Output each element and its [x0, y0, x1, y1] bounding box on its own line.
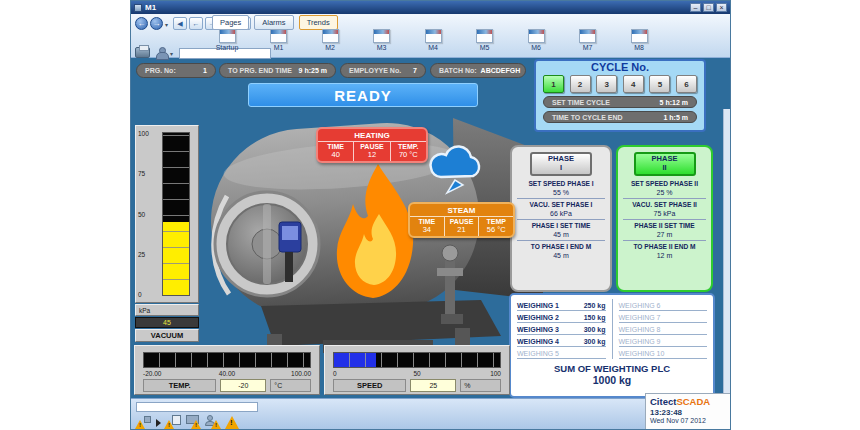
speed-bar — [333, 352, 501, 368]
vacuum-unit: kPa — [135, 304, 199, 316]
page-button-m4[interactable]: M4 — [413, 29, 453, 51]
temp-scale: -20.0040.00100.00 — [143, 370, 311, 378]
heating-panel: HEATING TIME40 PAUSE12 TEMP.70 °C — [316, 127, 428, 163]
alarm-summary-icon[interactable]: ! — [164, 414, 182, 430]
employee-no-field[interactable]: EMPLOYYE No.7 — [340, 63, 426, 78]
temp-gauge: -20.0040.00100.00 TEMP. -20 °C — [134, 345, 320, 395]
tab-trends[interactable]: Trends — [299, 15, 338, 30]
prg-no-field[interactable]: PRG. No:1 — [136, 63, 216, 78]
vacuum-label: VACUUM — [135, 329, 199, 342]
phase1-set-time: PHASE I SET TIME45 m — [517, 220, 605, 241]
status-banner: READY — [248, 83, 478, 107]
page-thumbnail-icon — [270, 29, 287, 43]
tab-pages[interactable]: Pages — [212, 15, 249, 30]
tab-strip: Pages Alarms Trends — [212, 15, 338, 30]
heating-pause: PAUSE12 — [353, 142, 389, 161]
vacuum-bar-gauge: 100 75 50 25 0 — [135, 125, 199, 303]
alarm-status-input[interactable] — [136, 402, 258, 412]
phase1-button[interactable]: PHASEI — [530, 152, 592, 176]
speed-value: 25 — [410, 379, 456, 392]
heating-temp: TEMP.70 °C — [390, 142, 426, 161]
time-to-cycle-end-field: TIME TO CYCLE END1 h:5 m — [543, 111, 697, 123]
steam-temp: TEMP56 °C — [478, 217, 513, 236]
app-icon — [134, 4, 142, 12]
page-button-m1[interactable]: M1 — [259, 29, 299, 51]
user-dropdown-icon[interactable]: ▾ — [170, 50, 173, 57]
minimize-icon[interactable] — [690, 3, 701, 12]
cycle-button-3[interactable]: 3 — [596, 75, 617, 93]
alarm-user-icon[interactable]: ! — [204, 414, 222, 430]
prg-end-time-field[interactable]: TO PRG. END TIME9 h:25 m — [219, 63, 336, 78]
page-thumbnail-icon — [219, 29, 236, 43]
vacuum-scale: 100 75 50 25 0 — [138, 130, 158, 298]
user-icon[interactable] — [155, 47, 168, 59]
weighing-sum-label: SUM OF WEIGHTING PLC — [517, 363, 707, 374]
clock-date: Wed Nov 07 2012 — [650, 417, 727, 424]
temp-label: TEMP. — [143, 379, 216, 392]
page-button-m6[interactable]: M6 — [516, 29, 556, 51]
page-button-m7[interactable]: M7 — [568, 29, 608, 51]
weighing-row: WEIGHING 2150 kg — [517, 311, 606, 323]
phase2-set-speed: SET SPEED PHASE II25 % — [623, 178, 706, 199]
weighing-row: WEIGHING 5 — [517, 347, 606, 359]
bottom-bar: ! ! ! ! ! — [131, 398, 730, 430]
prev-page-icon[interactable] — [189, 17, 203, 30]
steam-panel: STEAM TIME34 PAUSE21 TEMP56 °C — [408, 202, 515, 238]
clock-time: 13:23:48 — [650, 408, 727, 417]
tab-alarms[interactable]: Alarms — [254, 15, 293, 30]
maximize-icon[interactable] — [703, 3, 714, 12]
temp-unit: °C — [270, 379, 311, 392]
print-icon[interactable] — [135, 47, 150, 58]
alarm-nav-arrow-icon[interactable] — [156, 419, 161, 427]
phase2-vacu-set: VACU. SET PHASE II75 kPa — [623, 199, 706, 220]
steam-title: STEAM — [410, 204, 513, 217]
phase1-to-end: TO PHASE I END M45 m — [517, 241, 605, 261]
scada-window: M1 ▾ ▾ Pages Alarms Trends Startup M1 M2… — [130, 0, 731, 430]
phase1-set-speed: SET SPEED PHASE I55 % — [517, 178, 605, 199]
window-title: M1 — [145, 3, 688, 12]
vacuum-gauge: 100 75 50 25 0 kPa 45 VACUUM — [135, 125, 199, 342]
page-button-m3[interactable]: M3 — [362, 29, 402, 51]
cycle-button-1[interactable]: 1 — [543, 75, 564, 93]
warning-icon[interactable]: ! — [224, 414, 242, 430]
cycle-button-5[interactable]: 5 — [649, 75, 670, 93]
weighing-row: WEIGHING 3300 kg — [517, 323, 606, 335]
weighing-row: WEIGHING 7 — [619, 311, 708, 323]
close-icon[interactable] — [716, 3, 727, 12]
weighing-sum-value: 1000 kg — [517, 374, 707, 386]
temp-bar — [143, 352, 311, 368]
phase2-set-time: PHASE II SET TIME27 m — [623, 220, 706, 241]
phase1-panel: PHASEI SET SPEED PHASE I55 % VACU. SET P… — [510, 145, 612, 292]
heating-time: TIME40 — [318, 142, 353, 161]
nav-dropdown-icon[interactable]: ▾ — [165, 21, 168, 28]
page-button-m8[interactable]: M8 — [619, 29, 659, 51]
page-thumbnail-icon — [631, 29, 648, 43]
weighing-col-right: WEIGHING 6 WEIGHING 7 WEIGHING 8 WEIGHIN… — [612, 299, 708, 359]
phase2-to-end: TO PHASE II END M12 m — [623, 241, 706, 261]
page-button-m5[interactable]: M5 — [465, 29, 505, 51]
batch-no-field[interactable]: BATCH No:ABCDEFGH — [430, 63, 526, 78]
alarm-sound-icon[interactable]: ! — [135, 414, 153, 430]
cycle-button-4[interactable]: 4 — [623, 75, 644, 93]
phase2-button[interactable]: PHASEII — [634, 152, 696, 176]
speed-label: SPEED — [333, 379, 406, 392]
page-button-m2[interactable]: M2 — [310, 29, 350, 51]
phase1-vacu-set: VACU. SET PHASE I66 kPa — [517, 199, 605, 220]
page-button-startup[interactable]: Startup — [207, 29, 247, 51]
drain-valve — [445, 254, 455, 316]
alarm-screen-icon[interactable]: ! — [184, 414, 202, 430]
back-icon[interactable] — [135, 17, 148, 30]
page-thumbnail-icon — [476, 29, 493, 43]
forward-icon[interactable] — [150, 17, 163, 30]
cycle-title: CYCLE No. — [536, 61, 704, 74]
cycle-button-6[interactable]: 6 — [676, 75, 697, 93]
phase2-panel: PHASEII SET SPEED PHASE II25 % VACU. SET… — [616, 145, 713, 292]
page-thumbnail-icon — [322, 29, 339, 43]
page-thumbnail-icon — [373, 29, 390, 43]
weighing-row: WEIGHING 1250 kg — [517, 299, 606, 311]
window-right-edge — [723, 109, 731, 399]
weighing-row: WEIGHING 6 — [619, 299, 708, 311]
first-page-icon[interactable] — [173, 17, 187, 30]
set-time-cycle-field: SET TIME CYCLE5 h:12 m — [543, 96, 697, 108]
cycle-button-2[interactable]: 2 — [570, 75, 591, 93]
